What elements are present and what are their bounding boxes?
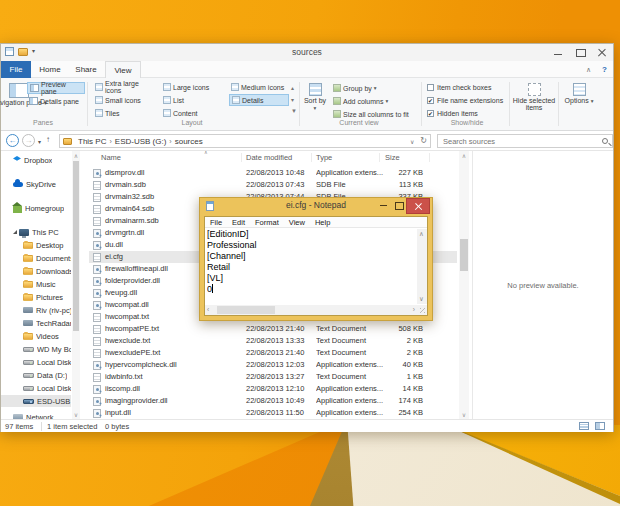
- nav-item-pictures[interactable]: Pictures: [1, 291, 71, 303]
- nav-scrollbar-thumb[interactable]: [73, 161, 79, 331]
- checkbox-icon[interactable]: ✔: [427, 110, 434, 117]
- details-view-icon[interactable]: [579, 422, 589, 430]
- layout-option-details[interactable]: Details: [229, 94, 289, 106]
- nav-item-music[interactable]: Music: [1, 278, 71, 290]
- column-separator[interactable]: [311, 153, 312, 162]
- hide-selected-items-button[interactable]: Hide selected items: [512, 81, 556, 127]
- file-row-hwexcludepe-txt[interactable]: hwexcludePE.txt22/08/2013 21:40Text Docu…: [89, 347, 457, 359]
- file-row-imagingprovider-dll[interactable]: imagingprovider.dll22/08/2013 10:49Appli…: [89, 395, 457, 407]
- notepad-menu-file[interactable]: File: [205, 217, 227, 227]
- recent-locations-icon[interactable]: ▾: [38, 138, 41, 145]
- notepad-menu-help[interactable]: Help: [310, 217, 335, 227]
- notepad-menu-edit[interactable]: Edit: [227, 217, 250, 227]
- scroll-right-icon[interactable]: ›: [413, 306, 415, 313]
- layout-option-list[interactable]: List: [161, 94, 227, 106]
- file-row-hypervcomplcheck-dll[interactable]: hypervcomplcheck.dll22/08/2013 12:03Appl…: [89, 359, 457, 371]
- nav-item-esd-usb-g[interactable]: ESD-USB (G:): [1, 395, 71, 407]
- list-scrollbar-thumb[interactable]: [460, 239, 468, 271]
- resize-grip[interactable]: [417, 305, 427, 315]
- notepad-minimize-button[interactable]: [376, 198, 391, 212]
- scroll-left-icon[interactable]: ‹: [207, 306, 209, 313]
- column-header-size[interactable]: Size: [385, 151, 400, 164]
- notepad-text-area[interactable]: [EditionID]Professional[Channel]Retail[V…: [207, 229, 416, 304]
- nav-item-dropbox[interactable]: Dropbox: [1, 154, 71, 166]
- checkbox-icon[interactable]: ✔: [427, 97, 434, 104]
- group-by-button[interactable]: Group by▾: [331, 82, 379, 94]
- minimize-button[interactable]: [551, 47, 565, 58]
- scroll-up-icon[interactable]: ∧: [72, 152, 80, 159]
- back-button[interactable]: ←: [6, 134, 19, 147]
- options-button[interactable]: Options ▾: [562, 81, 596, 127]
- collapse-ribbon-icon[interactable]: ∧: [586, 66, 591, 74]
- tab-home[interactable]: Home: [33, 61, 67, 78]
- nav-item-videos[interactable]: Videos: [1, 330, 71, 342]
- close-button[interactable]: [595, 47, 609, 58]
- layout-option-small-icons[interactable]: Small icons: [93, 94, 159, 106]
- maximize-button[interactable]: [573, 47, 587, 58]
- expand-twisty-icon[interactable]: [13, 230, 17, 234]
- nav-item-downloads[interactable]: Downloads: [1, 265, 71, 277]
- column-header-type[interactable]: Type: [316, 151, 332, 164]
- file-row-input-dll[interactable]: input.dll22/08/2013 11:50Application ext…: [89, 407, 457, 419]
- file-row-iiscomp-dll[interactable]: iiscomp.dll22/08/2013 12:10Application e…: [89, 383, 457, 395]
- scroll-up-icon[interactable]: ∧: [459, 152, 469, 159]
- details-pane-button[interactable]: Details pane: [27, 95, 85, 107]
- layout-scroll-down-icon[interactable]: ▾: [291, 96, 294, 103]
- column-header-name[interactable]: Name: [101, 151, 121, 164]
- layout-option-tiles[interactable]: Tiles: [93, 107, 159, 119]
- preview-pane-button[interactable]: Preview pane: [27, 82, 85, 94]
- file-row-drvmain-sdb[interactable]: drvmain.sdb22/08/2013 07:43SDB File113 K…: [89, 179, 457, 191]
- notepad-hscroll-thumb[interactable]: [217, 306, 275, 314]
- help-icon[interactable]: ?: [602, 65, 607, 74]
- search-box[interactable]: [437, 134, 613, 148]
- column-separator[interactable]: [429, 153, 430, 162]
- layout-option-extra-large-icons[interactable]: Extra large icons: [93, 81, 159, 93]
- nav-item-local-disk-c[interactable]: Local Disk (C:): [1, 356, 71, 368]
- breadcrumb-esd-usb-g[interactable]: ESD-USB (G:): [113, 137, 169, 146]
- column-separator[interactable]: [379, 153, 380, 162]
- nav-item-homegroup[interactable]: Homegroup: [1, 202, 71, 214]
- add-columns-button[interactable]: Add columns▾: [331, 95, 390, 107]
- breadcrumb-this-pc[interactable]: This PC: [76, 137, 108, 146]
- scroll-up-icon[interactable]: ∧: [419, 230, 424, 238]
- nav-item-local-disk-f[interactable]: Local Disk (F:): [1, 382, 71, 394]
- scroll-down-icon[interactable]: ∨: [419, 295, 424, 303]
- tab-file[interactable]: File: [1, 61, 31, 78]
- notepad-vertical-scrollbar[interactable]: ∧ ∨: [417, 229, 427, 304]
- up-button[interactable]: ↑: [46, 135, 50, 144]
- thumbnail-view-icon[interactable]: [595, 422, 605, 430]
- search-input[interactable]: [441, 135, 591, 147]
- title-bar[interactable]: ▾ sources: [1, 44, 613, 61]
- nav-item-desktop[interactable]: Desktop: [1, 239, 71, 251]
- nav-item-techradar-tosha[interactable]: TechRadar (tosha: [1, 317, 71, 329]
- nav-item-data-d[interactable]: Data (D:): [1, 369, 71, 381]
- breadcrumb[interactable]: This PC›ESD-USB (G:)›sources ∨ ↻: [59, 134, 431, 148]
- layout-scroll-up-icon[interactable]: ▴: [291, 84, 294, 91]
- notepad-menu-format[interactable]: Format: [250, 217, 284, 227]
- file-row-dismprov-dll[interactable]: dismprov.dll22/08/2013 10:48Application …: [89, 167, 457, 179]
- file-row-hwcompatpe-txt[interactable]: hwcompatPE.txt22/08/2013 21:40Text Docum…: [89, 323, 457, 335]
- nav-scrollbar[interactable]: ∧ ∨: [72, 151, 80, 419]
- nav-item-documents[interactable]: Documents: [1, 252, 71, 264]
- nav-item-this-pc[interactable]: This PC: [1, 226, 71, 238]
- layout-option-medium-icons[interactable]: Medium icons: [229, 81, 289, 93]
- checkbox-item-check-boxes[interactable]: Item check boxes: [427, 84, 491, 91]
- notepad-maximize-button[interactable]: [391, 198, 406, 212]
- notepad-menu-view[interactable]: View: [284, 217, 310, 227]
- list-scrollbar[interactable]: ∧ ∨: [459, 151, 469, 419]
- checkbox-icon[interactable]: [427, 84, 434, 91]
- notepad-close-button[interactable]: [406, 198, 430, 214]
- checkbox-hidden-items[interactable]: ✔Hidden items: [427, 110, 478, 117]
- layout-option-large-icons[interactable]: Large icons: [161, 81, 227, 93]
- file-row-idwbinfo-txt[interactable]: idwbinfo.txt22/08/2013 13:27Text Documen…: [89, 371, 457, 383]
- nav-item-wd-my-book-wo[interactable]: WD My Book Wo: [1, 343, 71, 355]
- scroll-down-icon[interactable]: ∨: [459, 411, 469, 418]
- nav-item-riv-riv-pc[interactable]: Riv (riv-pc): [1, 304, 71, 316]
- tab-share[interactable]: Share: [69, 61, 103, 78]
- address-dropdown-icon[interactable]: ∨: [410, 136, 414, 149]
- column-separator[interactable]: [241, 153, 242, 162]
- checkbox-file-name-extensions[interactable]: ✔File name extensions: [427, 97, 503, 104]
- breadcrumb-sources[interactable]: sources: [173, 137, 205, 146]
- layout-more-icon[interactable]: ▼: [291, 108, 297, 114]
- notepad-horizontal-scrollbar[interactable]: ‹ ›: [205, 305, 417, 315]
